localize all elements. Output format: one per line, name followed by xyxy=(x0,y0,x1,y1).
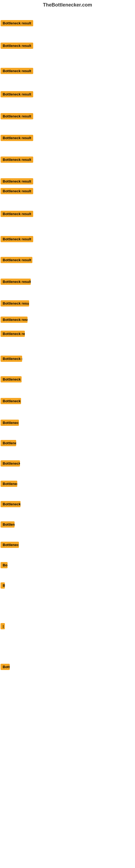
bottleneck-result-row-8: Bottleneck result xyxy=(1,178,33,186)
bottleneck-label-20: Bottleneck xyxy=(1,420,19,426)
bottleneck-result-row-18: Bottleneck resu xyxy=(1,376,21,383)
bottleneck-result-row-13: Bottleneck result xyxy=(1,279,31,286)
bottleneck-result-row-17: Bottleneck result xyxy=(1,355,22,363)
bottleneck-label-8: Bottleneck result xyxy=(1,178,33,184)
bottleneck-label-21: Bottlene xyxy=(1,440,16,446)
bottleneck-result-row-21: Bottlene xyxy=(1,440,16,447)
bottleneck-label-22: Bottleneck r xyxy=(1,460,20,467)
bottleneck-result-row-4: Bottleneck result xyxy=(1,91,33,98)
bottleneck-label-2: Bottleneck result xyxy=(1,42,33,49)
bottleneck-result-row-26: Bottleneck xyxy=(1,542,19,549)
bottleneck-label-4: Bottleneck result xyxy=(1,91,33,97)
bottleneck-label-14: Bottleneck result xyxy=(1,300,29,307)
bottleneck-result-row-16: Bottleneck result xyxy=(1,331,25,338)
bottleneck-label-24: Bottleneck re xyxy=(1,501,20,507)
bottleneck-label-15: Bottleneck result xyxy=(1,316,28,323)
bottleneck-label-27: Bo xyxy=(1,562,8,568)
bottleneck-result-row-29: | xyxy=(1,623,5,630)
bottleneck-result-row-19: Bottleneck resul xyxy=(1,398,21,405)
bottleneck-result-row-2: Bottleneck result xyxy=(1,42,33,50)
bottleneck-result-row-5: Bottleneck result xyxy=(1,113,33,120)
bottleneck-label-9: Bottleneck result xyxy=(1,188,33,194)
bottleneck-label-25: Bottlen xyxy=(1,521,14,528)
bottleneck-label-11: Bottleneck result xyxy=(1,236,33,242)
bottleneck-result-row-23: Bottlenec xyxy=(1,480,17,488)
bottleneck-result-row-25: Bottlen xyxy=(1,521,14,529)
bottleneck-label-28: B xyxy=(1,582,5,589)
bottleneck-label-12: Bottleneck result xyxy=(1,257,32,263)
bottleneck-label-1: Bottleneck result xyxy=(1,20,33,26)
bottleneck-result-row-22: Bottleneck r xyxy=(1,460,20,468)
bottleneck-result-row-3: Bottleneck result xyxy=(1,68,33,75)
bottleneck-label-3: Bottleneck result xyxy=(1,68,33,74)
bottleneck-label-7: Bottleneck result xyxy=(1,156,33,163)
bottleneck-label-13: Bottleneck result xyxy=(1,279,31,285)
bottleneck-result-row-28: B xyxy=(1,582,5,590)
bottleneck-result-row-15: Bottleneck result xyxy=(1,316,28,324)
bottleneck-label-10: Bottleneck result xyxy=(1,211,33,217)
bottleneck-result-row-9: Bottleneck result xyxy=(1,188,33,195)
bottleneck-result-row-11: Bottleneck result xyxy=(1,236,33,243)
bottleneck-label-29: | xyxy=(1,623,5,629)
bottleneck-result-row-20: Bottleneck xyxy=(1,420,19,427)
bottleneck-label-17: Bottleneck result xyxy=(1,355,22,362)
bottleneck-result-row-27: Bo xyxy=(1,562,8,569)
bottleneck-label-30: Bott xyxy=(1,664,10,670)
bottleneck-result-row-7: Bottleneck result xyxy=(1,156,33,164)
bottleneck-result-row-12: Bottleneck result xyxy=(1,257,32,264)
bottleneck-result-row-30: Bott xyxy=(1,664,10,671)
bottleneck-result-row-6: Bottleneck result xyxy=(1,135,33,142)
bottleneck-label-6: Bottleneck result xyxy=(1,135,33,141)
bottleneck-label-18: Bottleneck resu xyxy=(1,376,21,382)
bottleneck-result-row-24: Bottleneck re xyxy=(1,501,20,508)
bottleneck-label-16: Bottleneck result xyxy=(1,331,25,337)
bottleneck-label-26: Bottleneck xyxy=(1,542,19,548)
bottleneck-label-23: Bottlenec xyxy=(1,480,17,487)
bottleneck-result-row-14: Bottleneck result xyxy=(1,300,29,308)
bottleneck-label-5: Bottleneck result xyxy=(1,113,33,119)
bottleneck-label-19: Bottleneck resul xyxy=(1,398,21,404)
site-title: TheBottlenecker.com xyxy=(0,0,135,10)
bottleneck-result-row-10: Bottleneck result xyxy=(1,211,33,218)
bottleneck-result-row-1: Bottleneck result xyxy=(1,20,33,27)
